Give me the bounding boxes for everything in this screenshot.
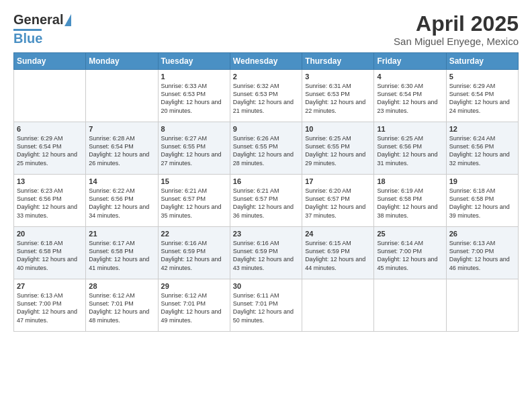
- page: General Blue April 2025 San Miguel Enyeg…: [0, 0, 532, 411]
- day-number: 21: [89, 230, 154, 238]
- calendar-cell: 17Sunrise: 6:20 AM Sunset: 6:57 PM Dayli…: [302, 175, 374, 227]
- calendar-cell: 29Sunrise: 6:12 AM Sunset: 7:01 PM Dayli…: [158, 279, 230, 332]
- day-number: 20: [17, 230, 83, 238]
- calendar-table: SundayMondayTuesdayWednesdayThursdayFrid…: [13, 52, 519, 332]
- day-info: Sunrise: 6:13 AM Sunset: 7:00 PM Dayligh…: [449, 239, 515, 272]
- day-number: 15: [161, 177, 227, 185]
- day-number: 19: [449, 177, 515, 185]
- calendar-cell: [86, 70, 158, 122]
- day-info: Sunrise: 6:16 AM Sunset: 6:59 PM Dayligh…: [161, 239, 227, 272]
- day-number: 28: [89, 282, 154, 290]
- calendar-cell: 16Sunrise: 6:21 AM Sunset: 6:57 PM Dayli…: [230, 175, 302, 227]
- day-info: Sunrise: 6:24 AM Sunset: 6:56 PM Dayligh…: [449, 134, 515, 167]
- column-header-tuesday: Tuesday: [158, 53, 230, 70]
- logo-general: General: [13, 12, 63, 28]
- calendar-cell: 22Sunrise: 6:16 AM Sunset: 6:59 PM Dayli…: [158, 227, 230, 279]
- day-info: Sunrise: 6:29 AM Sunset: 6:54 PM Dayligh…: [449, 82, 515, 115]
- calendar-cell: 11Sunrise: 6:25 AM Sunset: 6:56 PM Dayli…: [374, 122, 446, 175]
- day-info: Sunrise: 6:26 AM Sunset: 6:55 PM Dayligh…: [233, 134, 299, 167]
- day-number: 26: [449, 230, 515, 238]
- calendar-cell: 19Sunrise: 6:18 AM Sunset: 6:58 PM Dayli…: [446, 175, 518, 227]
- day-info: Sunrise: 6:28 AM Sunset: 6:54 PM Dayligh…: [89, 134, 154, 167]
- day-number: 23: [233, 230, 299, 238]
- title-block: April 2025 San Miguel Enyege, Mexico: [394, 12, 519, 47]
- day-info: Sunrise: 6:22 AM Sunset: 6:56 PM Dayligh…: [89, 187, 154, 220]
- calendar-week-row: 27Sunrise: 6:13 AM Sunset: 7:00 PM Dayli…: [14, 279, 519, 332]
- day-number: 9: [233, 125, 299, 133]
- calendar-cell: 24Sunrise: 6:15 AM Sunset: 6:59 PM Dayli…: [302, 227, 374, 279]
- day-info: Sunrise: 6:12 AM Sunset: 7:01 PM Dayligh…: [161, 291, 227, 324]
- day-info: Sunrise: 6:13 AM Sunset: 7:00 PM Dayligh…: [17, 291, 83, 324]
- day-number: 6: [17, 125, 83, 133]
- calendar-week-row: 1Sunrise: 6:33 AM Sunset: 6:53 PM Daylig…: [14, 70, 519, 122]
- calendar-week-row: 20Sunrise: 6:18 AM Sunset: 6:58 PM Dayli…: [14, 227, 519, 279]
- calendar-cell: 27Sunrise: 6:13 AM Sunset: 7:00 PM Dayli…: [14, 279, 86, 332]
- day-info: Sunrise: 6:11 AM Sunset: 7:01 PM Dayligh…: [233, 291, 299, 324]
- day-number: 5: [449, 73, 515, 81]
- day-number: 11: [377, 125, 443, 133]
- day-number: 8: [161, 125, 227, 133]
- calendar-cell: 18Sunrise: 6:19 AM Sunset: 6:58 PM Dayli…: [374, 175, 446, 227]
- day-number: 18: [377, 177, 443, 185]
- day-number: 10: [305, 125, 371, 133]
- day-number: 13: [17, 177, 83, 185]
- calendar-cell: 1Sunrise: 6:33 AM Sunset: 6:53 PM Daylig…: [158, 70, 230, 122]
- calendar-cell: 25Sunrise: 6:14 AM Sunset: 7:00 PM Dayli…: [374, 227, 446, 279]
- day-number: 1: [161, 73, 227, 81]
- calendar-cell: 5Sunrise: 6:29 AM Sunset: 6:54 PM Daylig…: [446, 70, 518, 122]
- day-info: Sunrise: 6:33 AM Sunset: 6:53 PM Dayligh…: [161, 82, 227, 115]
- calendar-cell: 23Sunrise: 6:16 AM Sunset: 6:59 PM Dayli…: [230, 227, 302, 279]
- day-number: 4: [377, 73, 443, 81]
- day-number: 3: [305, 73, 371, 81]
- calendar-cell: 2Sunrise: 6:32 AM Sunset: 6:53 PM Daylig…: [230, 70, 302, 122]
- day-info: Sunrise: 6:27 AM Sunset: 6:55 PM Dayligh…: [161, 134, 227, 167]
- day-info: Sunrise: 6:19 AM Sunset: 6:58 PM Dayligh…: [377, 187, 443, 220]
- calendar-week-row: 6Sunrise: 6:29 AM Sunset: 6:54 PM Daylig…: [14, 122, 519, 175]
- day-number: 25: [377, 230, 443, 238]
- day-info: Sunrise: 6:30 AM Sunset: 6:54 PM Dayligh…: [377, 82, 443, 115]
- calendar-cell: 3Sunrise: 6:31 AM Sunset: 6:53 PM Daylig…: [302, 70, 374, 122]
- calendar-cell: 21Sunrise: 6:17 AM Sunset: 6:58 PM Dayli…: [86, 227, 158, 279]
- day-info: Sunrise: 6:15 AM Sunset: 6:59 PM Dayligh…: [305, 239, 371, 272]
- calendar-header-row: SundayMondayTuesdayWednesdayThursdayFrid…: [14, 53, 519, 70]
- calendar-week-row: 13Sunrise: 6:23 AM Sunset: 6:56 PM Dayli…: [14, 175, 519, 227]
- column-header-friday: Friday: [374, 53, 446, 70]
- day-number: 7: [89, 125, 154, 133]
- day-number: 30: [233, 282, 299, 290]
- calendar-cell: [374, 279, 446, 332]
- calendar-cell: 13Sunrise: 6:23 AM Sunset: 6:56 PM Dayli…: [14, 175, 86, 227]
- day-info: Sunrise: 6:17 AM Sunset: 6:58 PM Dayligh…: [89, 239, 154, 272]
- calendar-cell: [14, 70, 86, 122]
- column-header-saturday: Saturday: [446, 53, 518, 70]
- calendar-cell: 26Sunrise: 6:13 AM Sunset: 7:00 PM Dayli…: [446, 227, 518, 279]
- calendar-location: San Miguel Enyege, Mexico: [394, 36, 519, 47]
- day-number: 16: [233, 177, 299, 185]
- calendar-cell: 4Sunrise: 6:30 AM Sunset: 6:54 PM Daylig…: [374, 70, 446, 122]
- day-info: Sunrise: 6:12 AM Sunset: 7:01 PM Dayligh…: [89, 291, 154, 324]
- day-info: Sunrise: 6:32 AM Sunset: 6:53 PM Dayligh…: [233, 82, 299, 115]
- calendar-cell: 10Sunrise: 6:25 AM Sunset: 6:55 PM Dayli…: [302, 122, 374, 175]
- day-info: Sunrise: 6:31 AM Sunset: 6:53 PM Dayligh…: [305, 82, 371, 115]
- day-info: Sunrise: 6:21 AM Sunset: 6:57 PM Dayligh…: [161, 187, 227, 220]
- column-header-sunday: Sunday: [14, 53, 86, 70]
- calendar-cell: 15Sunrise: 6:21 AM Sunset: 6:57 PM Dayli…: [158, 175, 230, 227]
- day-info: Sunrise: 6:29 AM Sunset: 6:54 PM Dayligh…: [17, 134, 83, 167]
- header: General Blue April 2025 San Miguel Enyeg…: [13, 12, 519, 47]
- calendar-cell: 20Sunrise: 6:18 AM Sunset: 6:58 PM Dayli…: [14, 227, 86, 279]
- calendar-cell: 9Sunrise: 6:26 AM Sunset: 6:55 PM Daylig…: [230, 122, 302, 175]
- calendar-cell: [302, 279, 374, 332]
- calendar-cell: 7Sunrise: 6:28 AM Sunset: 6:54 PM Daylig…: [86, 122, 158, 175]
- calendar-cell: 30Sunrise: 6:11 AM Sunset: 7:01 PM Dayli…: [230, 279, 302, 332]
- day-info: Sunrise: 6:18 AM Sunset: 6:58 PM Dayligh…: [17, 239, 83, 272]
- calendar-title: April 2025: [394, 12, 519, 36]
- day-number: 17: [305, 177, 371, 185]
- column-header-wednesday: Wednesday: [230, 53, 302, 70]
- day-number: 12: [449, 125, 515, 133]
- calendar-cell: 8Sunrise: 6:27 AM Sunset: 6:55 PM Daylig…: [158, 122, 230, 175]
- day-info: Sunrise: 6:25 AM Sunset: 6:55 PM Dayligh…: [305, 134, 371, 167]
- day-number: 14: [89, 177, 154, 185]
- day-number: 22: [161, 230, 227, 238]
- day-info: Sunrise: 6:14 AM Sunset: 7:00 PM Dayligh…: [377, 239, 443, 272]
- logo-blue: Blue: [13, 31, 42, 46]
- calendar-cell: 14Sunrise: 6:22 AM Sunset: 6:56 PM Dayli…: [86, 175, 158, 227]
